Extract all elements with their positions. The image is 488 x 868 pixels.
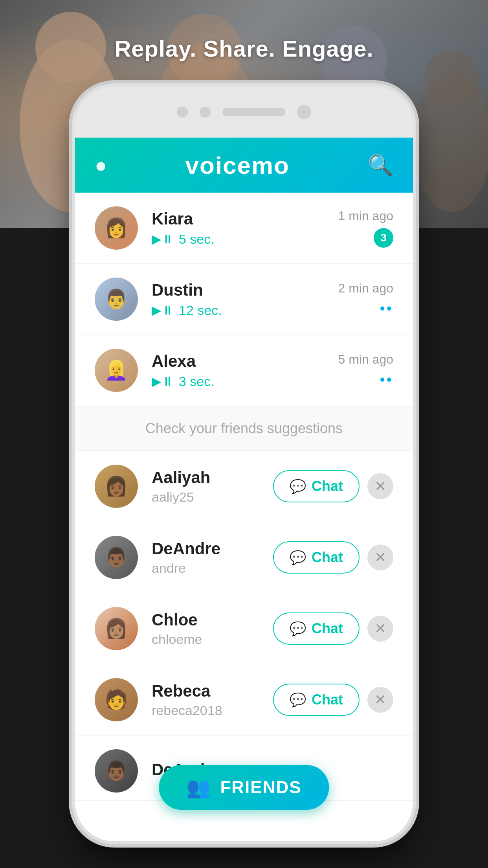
suggestion-username: rebeca2018 [152,703,273,718]
friends-fab-label: FRIENDS [220,778,301,797]
suggestion-item: 👩🏽 Chloe chloeme 💬 Chat ✕ [75,593,413,664]
suggestion-info: Rebeca rebeca2018 [152,682,273,718]
unread-dots: •• [380,371,393,388]
suggestion-actions: 💬 Chat ✕ [273,684,393,716]
phone-button [297,105,311,119]
suggestion-item: 🧑 Rebeca rebeca2018 💬 Chat ✕ [75,664,413,736]
conversation-duration: 12 sec. [179,303,222,318]
suggestion-name: Rebeca [152,682,273,701]
phone-camera [177,107,188,118]
conversation-name: Kiara [152,210,338,228]
waveform-icon: ▶⏸ [152,303,174,318]
suggestion-item: 👩🏾 Aaliyah aaliy25 💬 Chat ✕ [75,451,413,522]
phone-sensor [200,107,211,118]
friends-fab[interactable]: 👥 FRIENDS [159,765,329,810]
conversation-info: Dustin ▶⏸ 12 sec. [152,281,338,318]
conversation-preview: ▶⏸ 3 sec. [152,374,338,389]
suggestions-header: Check your friends suggestions [75,406,413,451]
conversation-time: 5 min ago [338,352,393,367]
conversation-meta: 1 min ago 3 [338,209,393,248]
chat-label: Chat [312,691,343,708]
avatar: 👩 [95,206,138,250]
avatar: 👨🏾 [95,749,138,793]
conversation-item[interactable]: 👨 Dustin ▶⏸ 12 sec. 2 min ago •• [75,264,413,335]
conversation-time: 2 min ago [338,281,393,296]
conversation-time: 1 min ago [338,209,393,223]
phone-speaker [222,108,285,116]
chat-icon: 💬 [290,550,306,565]
chat-icon: 💬 [290,478,306,494]
app-title: voicemo [185,151,290,179]
chat-button[interactable]: 💬 Chat [273,684,360,716]
unread-badge: 3 [374,228,393,248]
chat-icon: 💬 [290,621,306,636]
conversation-preview: ▶⏸ 12 sec. [152,303,338,318]
conversation-info: Kiara ▶⏸ 5 sec. [152,210,338,247]
suggestion-info: Chloe chloeme [152,611,273,647]
title-bold: mo [251,152,290,179]
dismiss-button[interactable]: ✕ [367,544,393,570]
suggestion-actions: 💬 Chat ✕ [273,541,393,574]
chat-button[interactable]: 💬 Chat [273,541,360,574]
suggestion-username: aaliy25 [152,489,273,505]
conversation-name: Alexa [152,352,338,371]
suggestion-name: Aaliyah [152,468,273,487]
suggestion-username: andre [152,561,273,576]
dismiss-button[interactable]: ✕ [367,473,393,499]
conversation-meta: 5 min ago •• [338,352,393,388]
app-content: ● voicemo 🔍 👩 Kiara ▶⏸ 5 sec. [75,138,413,841]
suggestion-info: Aaliyah aaliy25 [152,468,273,505]
suggestion-username: chloeme [152,632,273,647]
conversation-item[interactable]: 👩 Kiara ▶⏸ 5 sec. 1 min ago 3 [75,193,413,264]
chat-label: Chat [312,620,343,637]
profile-icon[interactable]: ● [95,153,107,177]
conversation-duration: 3 sec. [179,374,215,389]
avatar: 👨 [95,278,138,321]
suggestion-info: DeAndre andre [152,539,273,576]
suggestion-actions: 💬 Chat ✕ [273,612,393,645]
phone-notch [75,86,413,138]
conversation-name: Dustin [152,281,338,300]
search-icon[interactable]: 🔍 [368,153,393,177]
conversation-duration: 5 sec. [179,232,215,247]
chat-icon: 💬 [290,692,306,708]
chat-label: Chat [312,478,343,495]
suggestion-name: Chloe [152,611,273,629]
avatar: 👨🏾 [95,536,138,579]
conversation-item[interactable]: 👱‍♀️ Alexa ▶⏸ 3 sec. 5 min ago •• [75,335,413,406]
friends-icon: 👥 [186,776,211,799]
conversation-info: Alexa ▶⏸ 3 sec. [152,352,338,389]
avatar: 👱‍♀️ [95,349,138,392]
chat-label: Chat [312,549,343,566]
waveform-icon: ▶⏸ [152,374,174,389]
phone-frame: ● voicemo 🔍 👩 Kiara ▶⏸ 5 sec. [75,86,413,841]
avatar: 🧑 [95,678,138,721]
app-header: ● voicemo 🔍 [75,138,413,193]
chat-button[interactable]: 💬 Chat [273,470,360,502]
dismiss-button[interactable]: ✕ [367,616,393,642]
conversation-preview: ▶⏸ 5 sec. [152,232,338,247]
suggestions-list: 👩🏾 Aaliyah aaliy25 💬 Chat ✕ 👨🏾 [75,451,413,801]
waveform-icon: ▶⏸ [152,232,174,246]
title-light: voice [185,152,251,179]
chat-button[interactable]: 💬 Chat [273,612,360,645]
conversations-list: 👩 Kiara ▶⏸ 5 sec. 1 min ago 3 👨 [75,193,413,406]
tagline: Replay. Share. Engage. [0,35,488,62]
suggestion-name: DeAndre [152,539,273,558]
unread-dots: •• [380,300,393,317]
dismiss-button[interactable]: ✕ [367,687,393,713]
suggestion-item: 👨🏾 DeAndre andre 💬 Chat ✕ [75,522,413,593]
avatar: 👩🏾 [95,465,138,508]
avatar: 👩🏽 [95,607,138,650]
suggestion-actions: 💬 Chat ✕ [273,470,393,502]
conversation-meta: 2 min ago •• [338,281,393,317]
